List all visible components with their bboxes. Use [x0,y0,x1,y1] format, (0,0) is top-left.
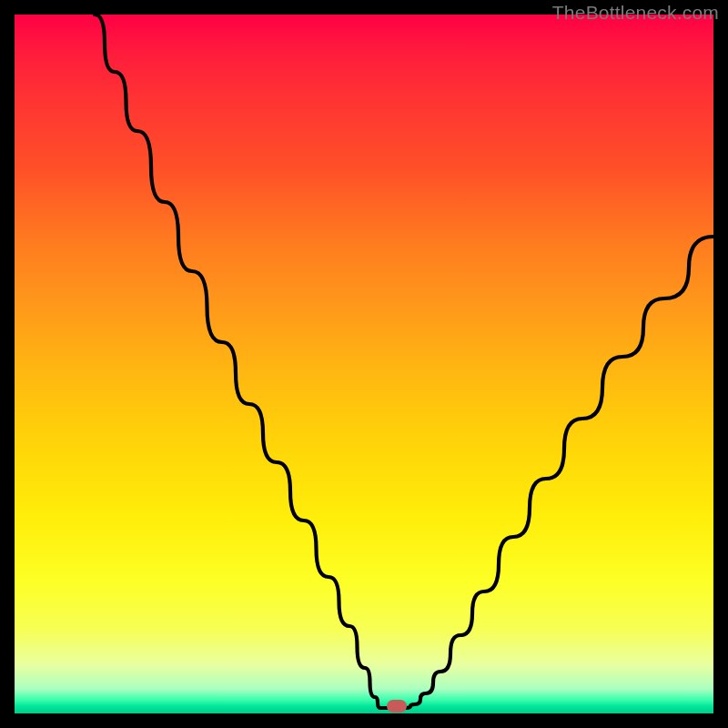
curve-path [95,15,713,708]
bottleneck-curve [15,15,713,713]
optimum-marker [387,700,407,713]
watermark-text: TheBottleneck.com [552,2,719,24]
plot-area [15,15,713,713]
chart-container: TheBottleneck.com [0,0,728,728]
